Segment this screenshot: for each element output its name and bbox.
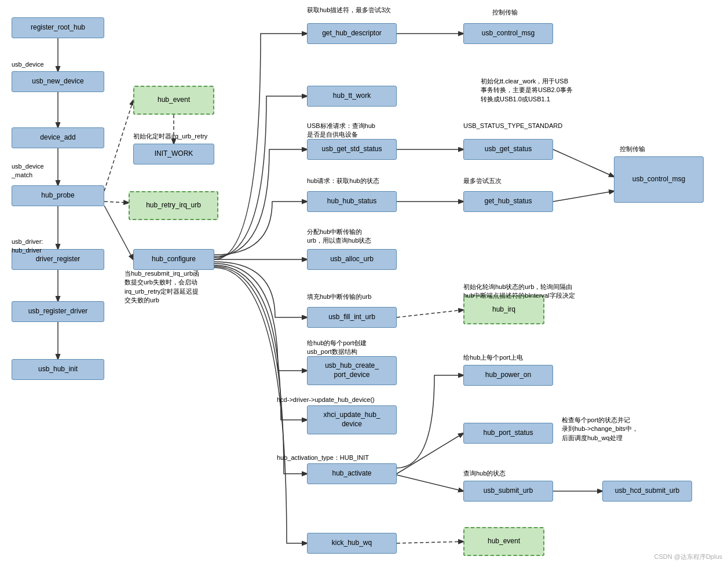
watermark: CSDN @达东程序Dplus xyxy=(654,553,722,561)
svg-line-18 xyxy=(397,475,463,491)
lbl_query_hub_status: 查询hub的状态 xyxy=(463,469,506,478)
usb_get_std_status: usb_get_std_status xyxy=(307,139,397,160)
usb_alloc_urb: usb_alloc_urb xyxy=(307,249,397,270)
diagram: register_root_hubusb_new_devicedevice_ad… xyxy=(0,0,728,567)
kick_hub_wq: kick_hub_wq xyxy=(307,533,397,554)
usb_hub_create_port_device: usb_hub_create_port_device xyxy=(307,356,397,385)
lbl_control_transfer_right: 控制传输 xyxy=(620,145,645,153)
hub_tt_work: hub_tt_work xyxy=(307,86,397,107)
usb_submit_urb: usb_submit_urb xyxy=(463,481,553,502)
lbl_status_type: USB_STATUS_TYPE_STANDARD xyxy=(463,122,562,130)
svg-line-14 xyxy=(553,149,614,177)
lbl_fill_urb: 填充hub中断传输的urb xyxy=(307,292,371,301)
lbl_init_irq_urb2: 初始化定时器irq_urb_retry xyxy=(133,132,207,141)
lbl_power_on: 给hub上每个port上电 xyxy=(463,353,523,362)
lbl_hub_req_status: hub请求：获取hub的状态 xyxy=(307,177,379,185)
device_add: device_add xyxy=(12,127,104,148)
svg-line-20 xyxy=(397,542,463,543)
hub_power_on: hub_power_on xyxy=(463,365,553,386)
svg-line-17 xyxy=(397,433,463,474)
lbl_control_transfer_top: 控制传输 xyxy=(492,8,518,17)
hub_activate: hub_activate xyxy=(307,463,397,484)
usb_new_device: usb_new_device xyxy=(12,71,104,92)
hub_retry_irq_urb: hub_retry_irq_urb xyxy=(129,191,218,220)
usb_hub_init: usb_hub_init xyxy=(12,359,104,380)
lbl_usb_device_match: usb_device_match xyxy=(12,162,44,180)
hub_event: hub_event xyxy=(133,86,214,115)
lbl_alloc_urb: 分配hub中断传输的urb，用以查询hub状态 xyxy=(307,228,371,246)
xhci_update_hub_device: xhci_update_hub_device xyxy=(307,405,397,434)
usb_hcd_submit_urb: usb_hcd_submit_urb xyxy=(602,481,692,502)
hub_probe: hub_probe xyxy=(12,185,104,206)
usb_fill_int_urb: usb_fill_int_urb xyxy=(307,307,397,328)
INIT_WORK: INIT_WORK xyxy=(133,144,214,164)
hub_event_bottom: hub_event xyxy=(463,527,544,556)
svg-line-15 xyxy=(553,191,614,202)
svg-line-6 xyxy=(104,100,133,191)
get_hub_status: get_hub_status xyxy=(463,191,553,212)
lbl_usb_driver: usb_driver:hub_driver xyxy=(12,237,43,255)
usb_get_status: usb_get_status xyxy=(463,139,553,160)
usb_control_msg_top: usb_control_msg xyxy=(463,23,553,44)
lbl_init_irq_urb: 初始化轮询hub状态的urb，轮询间隔由hub中断端点描述符的bInterval… xyxy=(463,283,575,301)
lbl_check_port: 检查每个port的状态并记录到hub->change_bits中，后面调度hub… xyxy=(562,416,638,442)
lbl_hcd_update: hcd->driver->update_hub_device() xyxy=(277,396,375,404)
hub_port_status: hub_port_status xyxy=(463,423,553,444)
usb_register_driver: usb_register_driver xyxy=(12,301,104,322)
svg-line-16 xyxy=(397,310,463,317)
lbl_hub_retry_desc: 当hub_resubmit_irq_urb函数提交urb失败时，会启动irq_u… xyxy=(125,269,199,305)
lbl_max_five: 最多尝试五次 xyxy=(463,177,502,185)
get_hub_descriptor: get_hub_descriptor xyxy=(307,23,397,44)
hub_hub_status: hub_hub_status xyxy=(307,191,397,212)
usb_control_msg_right: usb_control_msg xyxy=(614,156,704,203)
hub_configure: hub_configure xyxy=(133,249,214,270)
svg-line-7 xyxy=(104,202,129,203)
lbl_usb_device: usb_device xyxy=(12,60,44,69)
lbl_create_port: 给hub的每个port创建usb_port数据结构 xyxy=(307,339,367,357)
lbl_init_tt: 初始化tt.clear_work，用于USB事务转换，主要是将USB2.0事务转… xyxy=(481,77,573,104)
lbl_usb_std_req: USB标准请求：查询hub是否是自供电设备 xyxy=(307,122,375,140)
register_root_hub: register_root_hub xyxy=(12,17,104,38)
lbl_fetch_desc: 获取hub描述符，最多尝试3次 xyxy=(307,6,391,14)
lbl_hub_activation: hub_activation_type：HUB_INIT xyxy=(277,453,369,462)
